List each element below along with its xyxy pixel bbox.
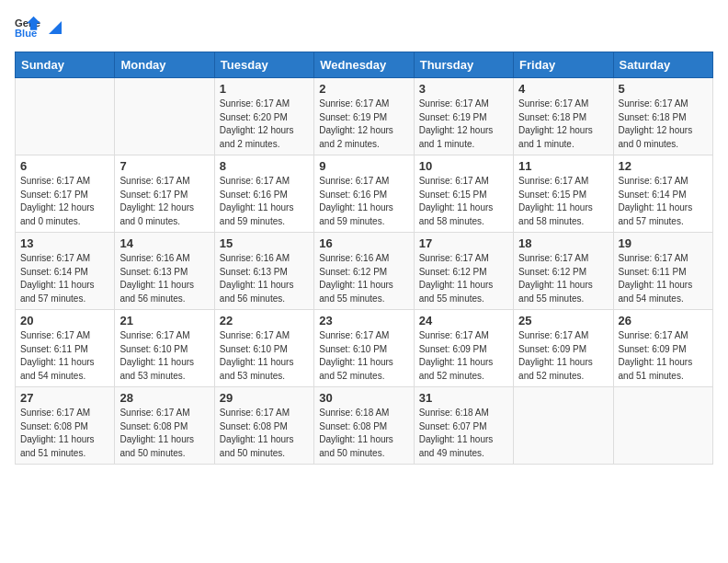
day-number: 6	[20, 159, 109, 173]
calendar-header-wednesday: Wednesday	[314, 52, 414, 78]
day-number: 16	[319, 236, 408, 250]
cell-content: Sunrise: 6:17 AM Sunset: 6:16 PM Dayligh…	[319, 175, 408, 228]
cell-content: Sunrise: 6:17 AM Sunset: 6:08 PM Dayligh…	[20, 407, 109, 460]
calendar-header-thursday: Thursday	[414, 52, 513, 78]
cell-content: Sunrise: 6:16 AM Sunset: 6:13 PM Dayligh…	[220, 252, 309, 305]
calendar-cell: 11Sunrise: 6:17 AM Sunset: 6:15 PM Dayli…	[514, 155, 613, 233]
cell-content: Sunrise: 6:17 AM Sunset: 6:16 PM Dayligh…	[220, 175, 309, 228]
cell-content: Sunrise: 6:17 AM Sunset: 6:19 PM Dayligh…	[319, 98, 408, 151]
calendar-cell: 29Sunrise: 6:17 AM Sunset: 6:08 PM Dayli…	[214, 387, 313, 465]
calendar-cell: 20Sunrise: 6:17 AM Sunset: 6:11 PM Dayli…	[16, 310, 115, 387]
calendar-header-row: SundayMondayTuesdayWednesdayThursdayFrid…	[16, 52, 713, 78]
logo-triangle-icon	[45, 17, 65, 38]
day-number: 23	[319, 314, 408, 327]
cell-content: Sunrise: 6:17 AM Sunset: 6:08 PM Dayligh…	[220, 407, 309, 460]
day-number: 18	[518, 236, 608, 250]
day-number: 28	[119, 391, 209, 405]
cell-content: Sunrise: 6:17 AM Sunset: 6:11 PM Dayligh…	[20, 329, 109, 383]
cell-content: Sunrise: 6:17 AM Sunset: 6:14 PM Dayligh…	[619, 175, 708, 228]
calendar-cell: 1Sunrise: 6:17 AM Sunset: 6:20 PM Daylig…	[214, 78, 313, 155]
calendar-table: SundayMondayTuesdayWednesdayThursdayFrid…	[15, 52, 713, 465]
calendar-cell: 30Sunrise: 6:18 AM Sunset: 6:08 PM Dayli…	[314, 387, 414, 465]
cell-content: Sunrise: 6:18 AM Sunset: 6:08 PM Dayligh…	[319, 407, 408, 460]
calendar-cell: 31Sunrise: 6:18 AM Sunset: 6:07 PM Dayli…	[414, 387, 513, 465]
calendar-cell: 25Sunrise: 6:17 AM Sunset: 6:09 PM Dayli…	[514, 310, 613, 387]
cell-content: Sunrise: 6:17 AM Sunset: 6:18 PM Dayligh…	[619, 98, 708, 151]
calendar-cell: 5Sunrise: 6:17 AM Sunset: 6:18 PM Daylig…	[613, 78, 712, 155]
cell-content: Sunrise: 6:17 AM Sunset: 6:20 PM Dayligh…	[220, 98, 309, 151]
calendar-cell	[514, 387, 613, 465]
cell-content: Sunrise: 6:17 AM Sunset: 6:14 PM Dayligh…	[20, 252, 109, 305]
day-number: 15	[220, 236, 309, 250]
cell-content: Sunrise: 6:17 AM Sunset: 6:12 PM Dayligh…	[419, 252, 508, 305]
cell-content: Sunrise: 6:17 AM Sunset: 6:19 PM Dayligh…	[419, 98, 508, 151]
day-number: 29	[220, 391, 309, 405]
calendar-week-row: 6Sunrise: 6:17 AM Sunset: 6:17 PM Daylig…	[16, 155, 713, 233]
calendar-cell: 7Sunrise: 6:17 AM Sunset: 6:17 PM Daylig…	[115, 155, 214, 233]
day-number: 25	[518, 314, 608, 327]
calendar-cell: 19Sunrise: 6:17 AM Sunset: 6:11 PM Dayli…	[613, 233, 712, 310]
cell-content: Sunrise: 6:17 AM Sunset: 6:11 PM Dayligh…	[619, 252, 708, 305]
page-header: General Blue	[15, 15, 713, 40]
day-number: 20	[20, 314, 109, 327]
calendar-header-friday: Friday	[514, 52, 613, 78]
calendar-header-sunday: Sunday	[16, 52, 115, 78]
day-number: 5	[619, 82, 708, 96]
day-number: 13	[20, 236, 109, 250]
calendar-header-monday: Monday	[115, 52, 214, 78]
calendar-cell: 28Sunrise: 6:17 AM Sunset: 6:08 PM Dayli…	[115, 387, 214, 465]
calendar-cell: 12Sunrise: 6:17 AM Sunset: 6:14 PM Dayli…	[613, 155, 712, 233]
cell-content: Sunrise: 6:18 AM Sunset: 6:07 PM Dayligh…	[419, 407, 508, 460]
day-number: 4	[518, 82, 608, 96]
calendar-cell: 18Sunrise: 6:17 AM Sunset: 6:12 PM Dayli…	[514, 233, 613, 310]
cell-content: Sunrise: 6:16 AM Sunset: 6:12 PM Dayligh…	[319, 252, 408, 305]
calendar-cell: 24Sunrise: 6:17 AM Sunset: 6:09 PM Dayli…	[414, 310, 513, 387]
day-number: 3	[419, 82, 508, 96]
calendar-cell	[16, 78, 115, 155]
cell-content: Sunrise: 6:17 AM Sunset: 6:17 PM Dayligh…	[119, 175, 209, 228]
day-number: 8	[220, 159, 309, 173]
calendar-cell: 3Sunrise: 6:17 AM Sunset: 6:19 PM Daylig…	[414, 78, 513, 155]
day-number: 12	[619, 159, 708, 173]
day-number: 11	[518, 159, 608, 173]
day-number: 21	[119, 314, 209, 327]
cell-content: Sunrise: 6:17 AM Sunset: 6:08 PM Dayligh…	[119, 407, 209, 460]
day-number: 10	[419, 159, 508, 173]
day-number: 26	[619, 314, 708, 327]
day-number: 9	[319, 159, 408, 173]
day-number: 14	[119, 236, 209, 250]
calendar-cell: 9Sunrise: 6:17 AM Sunset: 6:16 PM Daylig…	[314, 155, 414, 233]
day-number: 17	[419, 236, 508, 250]
day-number: 30	[319, 391, 408, 405]
calendar-week-row: 20Sunrise: 6:17 AM Sunset: 6:11 PM Dayli…	[16, 310, 713, 387]
calendar-cell: 14Sunrise: 6:16 AM Sunset: 6:13 PM Dayli…	[115, 233, 214, 310]
calendar-cell: 16Sunrise: 6:16 AM Sunset: 6:12 PM Dayli…	[314, 233, 414, 310]
cell-content: Sunrise: 6:17 AM Sunset: 6:18 PM Dayligh…	[518, 98, 608, 151]
svg-marker-3	[49, 21, 62, 34]
calendar-cell: 22Sunrise: 6:17 AM Sunset: 6:10 PM Dayli…	[214, 310, 313, 387]
cell-content: Sunrise: 6:17 AM Sunset: 6:12 PM Dayligh…	[518, 252, 608, 305]
logo-icon: General Blue	[15, 15, 40, 40]
calendar-cell: 26Sunrise: 6:17 AM Sunset: 6:09 PM Dayli…	[613, 310, 712, 387]
calendar-cell: 2Sunrise: 6:17 AM Sunset: 6:19 PM Daylig…	[314, 78, 414, 155]
calendar-cell	[115, 78, 214, 155]
calendar-header-saturday: Saturday	[613, 52, 712, 78]
cell-content: Sunrise: 6:17 AM Sunset: 6:15 PM Dayligh…	[518, 175, 608, 228]
day-number: 7	[119, 159, 209, 173]
cell-content: Sunrise: 6:17 AM Sunset: 6:09 PM Dayligh…	[619, 329, 708, 383]
calendar-cell	[613, 387, 712, 465]
day-number: 22	[220, 314, 309, 327]
calendar-cell: 13Sunrise: 6:17 AM Sunset: 6:14 PM Dayli…	[16, 233, 115, 310]
day-number: 19	[619, 236, 708, 250]
cell-content: Sunrise: 6:17 AM Sunset: 6:10 PM Dayligh…	[119, 329, 209, 383]
calendar-cell: 27Sunrise: 6:17 AM Sunset: 6:08 PM Dayli…	[16, 387, 115, 465]
cell-content: Sunrise: 6:17 AM Sunset: 6:15 PM Dayligh…	[419, 175, 508, 228]
calendar-header-tuesday: Tuesday	[214, 52, 313, 78]
cell-content: Sunrise: 6:17 AM Sunset: 6:10 PM Dayligh…	[319, 329, 408, 383]
calendar-cell: 17Sunrise: 6:17 AM Sunset: 6:12 PM Dayli…	[414, 233, 513, 310]
cell-content: Sunrise: 6:17 AM Sunset: 6:10 PM Dayligh…	[220, 329, 309, 383]
calendar-week-row: 13Sunrise: 6:17 AM Sunset: 6:14 PM Dayli…	[16, 233, 713, 310]
calendar-cell: 4Sunrise: 6:17 AM Sunset: 6:18 PM Daylig…	[514, 78, 613, 155]
day-number: 1	[220, 82, 309, 96]
cell-content: Sunrise: 6:17 AM Sunset: 6:09 PM Dayligh…	[419, 329, 508, 383]
